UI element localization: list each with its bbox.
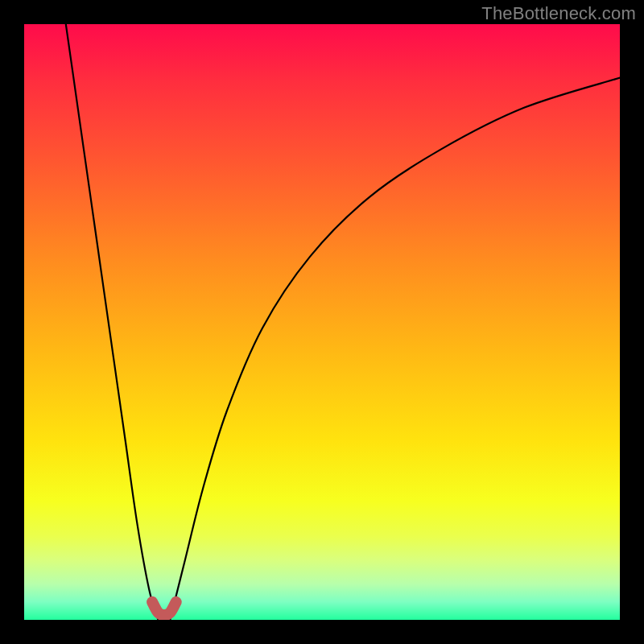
watermark-text: TheBottleneck.com bbox=[481, 3, 636, 24]
left-curve-path bbox=[66, 24, 159, 620]
chart-svg bbox=[24, 24, 620, 620]
chart-plot-area bbox=[24, 24, 620, 620]
bump-marker-path bbox=[152, 602, 176, 615]
right-curve-path bbox=[170, 78, 620, 620]
